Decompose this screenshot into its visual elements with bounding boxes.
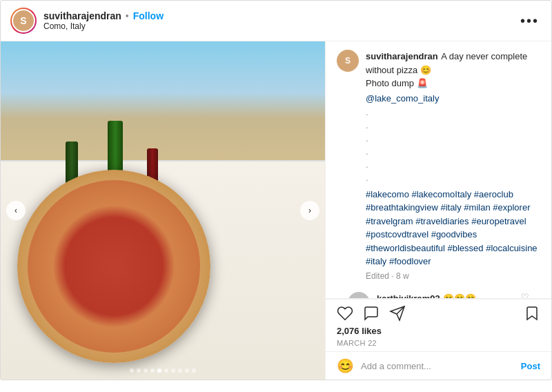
comment-heart-1[interactable]: ♡ <box>521 292 529 299</box>
header-info: suvitharajendran • Follow Como, Italy <box>43 10 518 31</box>
carousel-dot-6 <box>164 369 168 373</box>
comment-username-1[interactable]: karthivikram93 <box>377 293 440 299</box>
comments-section: K karthivikram93 😊😊😊 8 w 1 like Reply ♡ <box>337 286 540 299</box>
post-date: MARCH 22 <box>337 339 540 347</box>
carousel-dot-4 <box>150 369 155 373</box>
post-main: ‹ › S suvitharajen <box>1 41 551 380</box>
carousel-dot-7 <box>171 369 175 373</box>
caption-area: S suvitharajendran A day never complete … <box>326 41 551 299</box>
comment-input[interactable] <box>361 361 514 371</box>
pizza-scene <box>1 41 325 380</box>
avatar-inner: S <box>12 9 35 32</box>
share-button[interactable] <box>389 305 406 322</box>
carousel-dot-5 <box>157 369 161 373</box>
comment-item: K karthivikram93 😊😊😊 8 w 1 like Reply ♡ <box>348 292 529 299</box>
more-options-button[interactable]: ••• <box>518 14 542 28</box>
caption-dots: . . . . . . <box>366 106 540 185</box>
comment-button[interactable] <box>363 305 379 322</box>
carousel-dot-2 <box>137 369 141 373</box>
carousel-dot-9 <box>185 369 189 373</box>
caption-header: S suvitharajendran A day never complete … <box>337 50 540 281</box>
action-icons <box>337 305 540 322</box>
dot-separator: • <box>126 10 129 21</box>
caption-hashtags[interactable]: #lakecomo #lakecomoItaly #aeroclub #brea… <box>366 189 538 267</box>
avatar[interactable]: S <box>10 8 37 34</box>
post-image-container: ‹ › <box>1 41 325 380</box>
caption-content: suvitharajendran A day never complete wi… <box>366 50 540 281</box>
carousel-dot-8 <box>178 369 182 373</box>
like-button[interactable] <box>337 305 353 322</box>
post-comment-button[interactable]: Post <box>521 361 540 371</box>
follow-button[interactable]: Follow <box>133 10 164 21</box>
likes-count: 2,076 likes <box>337 326 540 336</box>
actions-bar: 2,076 likes MARCH 22 <box>326 299 551 351</box>
carousel-dot-10 <box>192 369 196 373</box>
comment-text-1: 😊😊😊 <box>443 293 476 299</box>
caption-mention[interactable]: @lake_como_italy <box>366 93 540 104</box>
header-username[interactable]: suvitharajendran <box>43 10 121 21</box>
header-top-row: suvitharajendran • Follow <box>43 10 518 21</box>
location-label: Como, Italy <box>43 21 518 31</box>
carousel-next-button[interactable]: › <box>300 201 319 220</box>
post-right: S suvitharajendran A day never complete … <box>325 41 551 380</box>
caption-username[interactable]: suvitharajendran <box>366 51 438 61</box>
background-buildings <box>1 41 325 170</box>
carousel-dots <box>130 369 196 373</box>
post-header: S suvitharajendran • Follow Como, Italy … <box>1 1 551 41</box>
comment-avatar-1[interactable]: K <box>348 292 370 299</box>
carousel-prev-button[interactable]: ‹ <box>6 201 26 220</box>
pizza-image <box>17 170 210 363</box>
post-container: S suvitharajendran • Follow Como, Italy … <box>0 0 552 380</box>
carousel-dot-3 <box>144 369 148 373</box>
caption-edited: Edited · 8 w <box>366 271 540 281</box>
caption-avatar[interactable]: S <box>337 50 359 72</box>
comment-body-1: karthivikram93 😊😊😊 8 w 1 like Reply <box>377 292 514 299</box>
caption-subtext: Photo dump 🚨 <box>366 78 428 88</box>
carousel-dot-1 <box>130 369 134 373</box>
add-comment-bar: 😊 Post <box>326 351 551 380</box>
bookmark-button[interactable] <box>524 305 540 322</box>
emoji-button[interactable]: 😊 <box>337 357 354 374</box>
